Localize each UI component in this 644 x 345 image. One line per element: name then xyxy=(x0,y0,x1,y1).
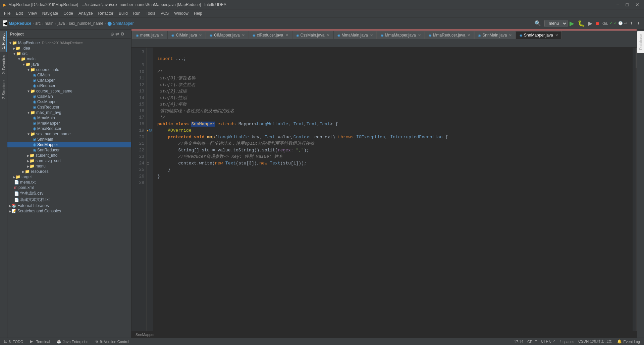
tab-close-mmamapper[interactable]: ✕ xyxy=(418,33,421,38)
close-button[interactable]: ✕ xyxy=(633,2,641,7)
breadcrumb-package[interactable]: sex_number_name xyxy=(69,21,103,26)
tree-idea[interactable]: ▶ 📁 .idea xyxy=(7,46,131,51)
tree-menu[interactable]: ▶ 📁 menu xyxy=(7,163,131,169)
tree-ext-libs[interactable]: ▶ 📚 External Libraries xyxy=(7,203,131,208)
breadcrumb-mapreduce[interactable]: MapReduce xyxy=(9,21,31,26)
tree-menu-txt[interactable]: 📄 menu.txt xyxy=(7,180,131,185)
tree-cssmapper[interactable]: ◉ CssMapper xyxy=(7,99,131,105)
tab-close-snnmapper[interactable]: ✕ xyxy=(555,33,558,38)
debug-gutter-icon[interactable]: @ xyxy=(149,129,152,132)
menu-analyze[interactable]: Analyze xyxy=(76,10,96,16)
tab-snnmapper[interactable]: ◉ SnnMapper.java ✕ xyxy=(516,31,562,39)
tree-cimapper[interactable]: ◉ CiMapper xyxy=(7,78,131,83)
menu-build[interactable]: Build xyxy=(116,10,130,16)
tree-pom[interactable]: m pom.xml xyxy=(7,185,131,190)
tab-close-mmamain[interactable]: ✕ xyxy=(370,33,373,38)
tab-cssmain[interactable]: ◉ CssMain.java ✕ xyxy=(292,31,333,39)
tab-close-snnmain[interactable]: ✕ xyxy=(509,33,512,38)
stop-button[interactable]: ■ xyxy=(594,20,600,27)
tab-mmareducer[interactable]: ◉ MmaReducer.java ✕ xyxy=(425,31,474,39)
tab-close-cireducer[interactable]: ✕ xyxy=(285,33,288,38)
scroll-thumb[interactable] xyxy=(636,48,637,68)
coverage-button[interactable]: ▶ xyxy=(587,19,594,27)
tree-couerse-info[interactable]: ▼ 📁 couerse_info xyxy=(7,67,131,72)
menu-code[interactable]: Code xyxy=(61,10,76,16)
tree-scratches[interactable]: ▶ 📝 Scratches and Consoles xyxy=(7,208,131,214)
tree-java[interactable]: ▼ 📁 java xyxy=(7,62,131,67)
tab-close-cimapper[interactable]: ✕ xyxy=(242,33,245,38)
menu-help[interactable]: Help xyxy=(191,10,205,16)
tree-mmamain[interactable]: ◉ MmaMain xyxy=(7,115,131,121)
terminal-tab[interactable]: ▶_ Terminal xyxy=(29,339,52,344)
favorites-tab[interactable]: 2: Favorites xyxy=(1,52,7,77)
tree-mmamapper[interactable]: ◉ MmaMapper xyxy=(7,121,131,126)
minimize-panel-icon[interactable]: − xyxy=(126,31,128,37)
tree-csv[interactable]: 📄 学生成绩.csv xyxy=(7,190,131,197)
code-content[interactable]: import ...; /* stu[0]:课程名称 stu[1]:学生姓名 s… xyxy=(153,48,633,331)
tab-mmamain[interactable]: ◉ MmaMain.java ✕ xyxy=(334,31,377,39)
menu-refactor[interactable]: Refactor xyxy=(96,10,116,16)
tab-close-cssmain[interactable]: ✕ xyxy=(327,33,330,38)
structure-tab[interactable]: Z-Structure xyxy=(1,78,7,101)
tab-close-mmareducer[interactable]: ✕ xyxy=(467,33,470,38)
menu-edit[interactable]: Edit xyxy=(13,10,25,16)
scroll-indicator[interactable] xyxy=(633,48,637,331)
tree-snnreducer[interactable]: ◉ SnnReducer xyxy=(7,147,131,153)
tree-src[interactable]: ▼ 📁 src xyxy=(7,51,131,56)
tree-main[interactable]: ▼ 📁 main xyxy=(7,56,131,62)
tab-menu-java[interactable]: ◉ menu.java ✕ xyxy=(132,31,167,39)
settings-icon[interactable]: ⚙ xyxy=(120,31,124,37)
breadcrumb-java[interactable]: java xyxy=(57,21,65,26)
tree-root[interactable]: ▼ 📁 MapReduce D:\Idea2019\MapReduce xyxy=(7,40,131,46)
project-tab[interactable]: 1: Project xyxy=(0,31,7,52)
tree-snnmain[interactable]: ◉ SnnMain xyxy=(7,137,131,142)
menu-navigate[interactable]: Navigate xyxy=(40,10,61,16)
run-config-dropdown[interactable]: menu xyxy=(544,20,568,27)
add-icon[interactable]: ⊕ xyxy=(110,31,114,37)
tab-close-menu[interactable]: ✕ xyxy=(161,33,164,38)
database-tab[interactable]: Database xyxy=(637,31,644,53)
menu-run[interactable]: Run xyxy=(130,10,143,16)
tree-mmareducer[interactable]: ◉ MmaReducer xyxy=(7,126,131,131)
sync-icon[interactable]: ⇄ xyxy=(115,31,119,37)
tab-snnmain[interactable]: ◉ SnnMain.java ✕ xyxy=(474,31,516,39)
status-crlf[interactable]: CRLF xyxy=(527,340,537,344)
tree-cssreducer[interactable]: ◉ CssReducer xyxy=(7,105,131,110)
java-enterprise-tab[interactable]: ☕ Java Enterprise xyxy=(55,339,90,344)
git-undo[interactable]: ↩ xyxy=(624,21,627,25)
menu-file[interactable]: File xyxy=(1,10,13,16)
search-everywhere-button[interactable]: 🔍 xyxy=(533,19,542,27)
maximize-button[interactable]: □ xyxy=(624,2,631,7)
menu-tools[interactable]: Tools xyxy=(143,10,158,16)
tab-cimapper[interactable]: ◉ CiMapper.java ✕ xyxy=(206,31,249,39)
breadcrumb-src[interactable]: src xyxy=(35,21,41,26)
run-button[interactable]: ▶ xyxy=(568,19,576,28)
menu-view[interactable]: View xyxy=(25,10,40,16)
tree-mma[interactable]: ▼ 📁 max_min_avg xyxy=(7,110,131,115)
tree-sum[interactable]: ▶ 📁 sum_avg_sort xyxy=(7,158,131,163)
status-indent[interactable]: 4 spaces xyxy=(559,340,574,344)
code-editor[interactable]: 3 9 10 11 12 13 14 15 16 17 18 19 20 21 … xyxy=(131,48,637,331)
tab-mmamapper[interactable]: ◉ MmaMapper.java ✕ xyxy=(377,31,425,39)
git-push[interactable]: ⬆ xyxy=(629,20,634,26)
tree-student-info[interactable]: ▶ 📁 student_info xyxy=(7,153,131,158)
tree-snn-folder[interactable]: ▼ 📁 sex_number_name xyxy=(7,131,131,137)
version-control-tab[interactable]: ⑨ 9: Version Control xyxy=(94,339,130,344)
minimize-button[interactable]: − xyxy=(614,2,621,7)
debug-button[interactable]: 🐛 xyxy=(576,19,586,28)
breadcrumb-main[interactable]: main xyxy=(45,21,53,26)
tree-cireducer[interactable]: ◉ ciReducer xyxy=(7,83,131,88)
status-charset[interactable]: UTF-8 ✓ xyxy=(541,339,555,344)
tab-cimain[interactable]: ◉ CiMain.java ✕ xyxy=(168,31,206,39)
git-pull[interactable]: ⬇ xyxy=(636,20,641,26)
menu-window[interactable]: Window xyxy=(171,10,191,16)
tree-txt[interactable]: 📄 新建文本文档.txt xyxy=(7,197,131,203)
tab-cireducer[interactable]: ◉ ciReducer.java ✕ xyxy=(249,31,292,39)
todo-tab[interactable]: ☑ 6: TODO xyxy=(3,339,25,344)
tab-close-cimain[interactable]: ✕ xyxy=(199,33,202,38)
fold-icon[interactable]: ◻ xyxy=(147,161,149,165)
tree-target[interactable]: ▶ 📁 target xyxy=(7,174,131,180)
tree-resources[interactable]: ▶ 📁 resources xyxy=(7,169,131,174)
back-button[interactable]: ◀ xyxy=(3,20,7,26)
event-log-tab[interactable]: 🔔 Event Log xyxy=(616,339,641,344)
